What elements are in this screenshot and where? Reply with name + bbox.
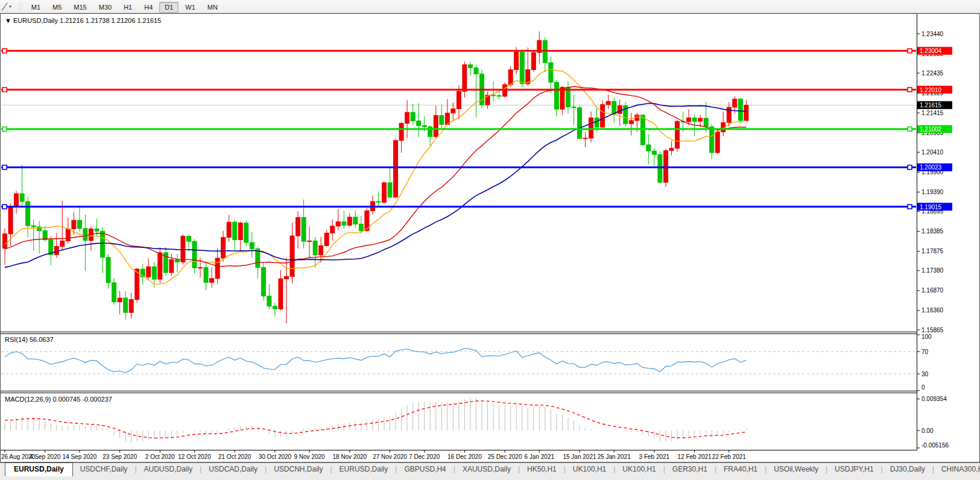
candle-up	[135, 269, 139, 300]
tab-usdchf-daily[interactable]: USDCHF,Daily	[73, 463, 135, 476]
price-tick-label: 1.15865	[922, 327, 944, 333]
tab-eurusd-daily[interactable]: EURUSD,Daily	[5, 463, 73, 476]
timeframe-button-D1[interactable]: D1	[159, 2, 179, 13]
tab-dj30-daily[interactable]: DJ30,Daily	[883, 463, 932, 476]
candle-up	[3, 234, 7, 248]
tab-uk100-h1[interactable]: UK100,H1	[566, 463, 613, 476]
time-tick-label: 12 Oct 2020	[178, 453, 211, 460]
candle-up	[290, 236, 294, 276]
candle-down	[186, 236, 191, 241]
tab-usdcnh-daily[interactable]: USDCNH,Daily	[267, 463, 330, 476]
tab-audusd-daily[interactable]: AUDUSD,Daily	[137, 463, 200, 476]
price-tick-label: 1.20410	[922, 149, 944, 156]
candle-up	[733, 99, 737, 107]
price-tick-label: 1.21415	[922, 110, 944, 116]
hline-handle[interactable]	[908, 49, 912, 53]
timeframe-button-H1[interactable]: H1	[118, 2, 138, 13]
tab-xauusd-daily[interactable]: XAUUSD,Daily	[455, 463, 518, 476]
candle-down	[738, 99, 742, 121]
hline-handle[interactable]	[908, 165, 912, 169]
tab-gbpusd-h4[interactable]: GBPUSD,H4	[397, 463, 453, 476]
timeframe-button-H4[interactable]: H4	[139, 2, 158, 13]
timeframe-button-M15[interactable]: M15	[68, 2, 92, 13]
tab-china300-h1[interactable]: CHINA300,H1	[934, 463, 980, 476]
candle-up	[589, 118, 593, 138]
time-tick-label: 9 Nov 2020	[294, 453, 326, 460]
candle-down	[710, 127, 714, 153]
candle-up	[583, 138, 587, 139]
timeframe-button-M30[interactable]: M30	[93, 2, 117, 13]
time-tick-label: 6 Jan 2021	[525, 453, 555, 460]
price-line-label-text: 1.19015	[920, 204, 942, 210]
macd-tick-label: 0.009354	[922, 396, 947, 402]
candle-up	[463, 65, 467, 91]
candle-up	[399, 123, 403, 141]
hline-handle[interactable]	[2, 87, 7, 92]
timeframe-button-MN[interactable]: MN	[202, 2, 223, 13]
candle-down	[440, 115, 444, 124]
candle-down	[20, 194, 24, 201]
tab-uk100-h1[interactable]: UK100,H1	[615, 463, 663, 476]
chart-window-background	[0, 13, 980, 463]
tab-usoil-weekly[interactable]: USOil,Weekly	[767, 463, 826, 476]
candle-up	[669, 148, 674, 151]
tab-fra40-h1[interactable]: FRA40,H1	[716, 463, 765, 476]
time-tick-label: 3 Feb 2021	[639, 453, 670, 460]
candle-down	[578, 108, 582, 139]
rsi-tick-label: 70	[922, 349, 929, 355]
candle-up	[284, 277, 288, 279]
candle-down	[192, 241, 197, 268]
hline-handle[interactable]	[908, 204, 912, 209]
dropdown-caret-icon: ▾	[9, 4, 11, 9]
price-tick-label: 1.22435	[922, 70, 944, 77]
time-tick-label: 18 Nov 2020	[332, 453, 367, 460]
rsi-tick-label: 0	[922, 384, 925, 391]
candle-up	[347, 217, 352, 226]
candle-up	[434, 115, 438, 136]
timeframe-button-M1[interactable]: M1	[26, 2, 46, 13]
candle-up	[508, 70, 513, 85]
candle-up	[54, 247, 58, 255]
candle-down	[497, 95, 501, 96]
timeframe-button-W1[interactable]: W1	[180, 2, 201, 13]
candle-down	[175, 260, 179, 262]
candle-down	[43, 231, 47, 240]
candle-up	[560, 87, 564, 109]
candle-up	[451, 109, 455, 113]
candle-up	[606, 101, 610, 104]
chart-canvas[interactable]: 1.234401.229301.224351.219251.214151.209…	[0, 13, 980, 463]
candle-down	[31, 226, 36, 227]
price-tick-label: 1.19390	[922, 189, 944, 195]
candle-down	[388, 183, 392, 197]
price-line-label-text: 1.20023	[920, 164, 942, 171]
candle-up	[169, 260, 174, 273]
hline-handle[interactable]	[908, 87, 912, 92]
candle-up	[308, 241, 312, 242]
candle-down	[704, 118, 708, 127]
hline-handle[interactable]	[2, 49, 7, 53]
candle-up	[514, 52, 519, 69]
cursor-tool-button[interactable]: ╱ ▾	[0, 0, 15, 13]
candle-up	[618, 106, 622, 113]
hline-handle[interactable]	[2, 165, 7, 169]
hline-handle[interactable]	[908, 127, 912, 131]
time-tick-label: 12 Feb 2021	[678, 453, 712, 460]
candle-down	[250, 242, 254, 248]
candle-down	[692, 118, 697, 121]
hline-handle[interactable]	[2, 204, 7, 209]
macd-title: MACD(12,26,9) 0.000745 -0.000237	[5, 396, 112, 403]
time-tick-label: 21 Oct 2020	[218, 453, 251, 460]
time-tick-label: 2 Oct 2020	[145, 453, 175, 460]
tab-hk50-h1[interactable]: HK50,H1	[520, 463, 564, 476]
candle-down	[26, 201, 30, 226]
chart-ohlc-title: ▼ EURUSD,Daily 1.21216 1.21738 1.21206 1…	[5, 17, 161, 24]
tab-ger30-h1[interactable]: GER30,H1	[665, 463, 715, 476]
candle-up	[66, 229, 70, 241]
timeframe-button-M5[interactable]: M5	[47, 2, 67, 13]
tab-usdjpy-h1[interactable]: USDJPY,H1	[827, 463, 880, 476]
tab-eurusd-daily[interactable]: EURUSD,Daily	[332, 463, 396, 476]
candle-up	[198, 268, 203, 268]
hline-handle[interactable]	[2, 127, 7, 131]
candle-up	[210, 279, 214, 282]
tab-usdcad-daily[interactable]: USDCAD,Daily	[201, 463, 265, 476]
